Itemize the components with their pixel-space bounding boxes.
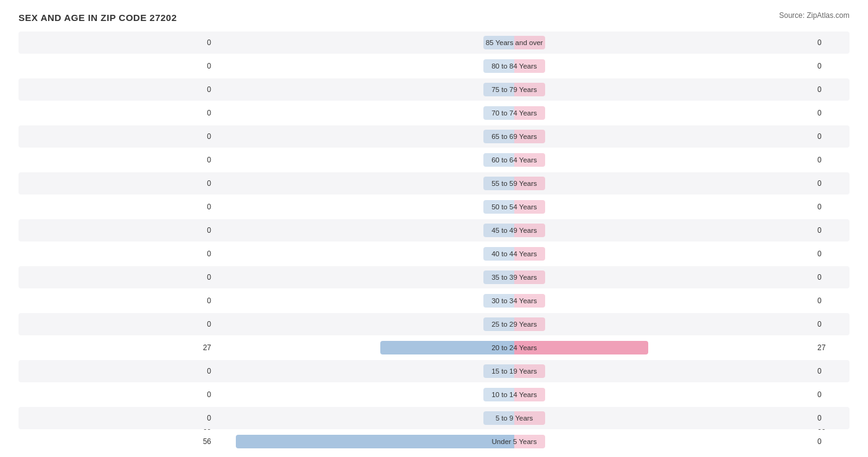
female-value: 0 bbox=[812, 320, 849, 329]
bar-container: 30 to 34 Years bbox=[216, 290, 812, 312]
chart-row: 040 to 44 Years0 bbox=[19, 243, 849, 265]
age-range-label: 50 to 54 Years bbox=[485, 201, 543, 213]
female-value: 0 bbox=[812, 226, 849, 235]
age-range-label: 65 to 69 Years bbox=[485, 130, 543, 143]
age-range-label: 20 to 24 Years bbox=[485, 342, 543, 354]
chart-row: 010 to 14 Years0 bbox=[19, 384, 849, 406]
age-range-label: 60 to 64 Years bbox=[485, 154, 543, 166]
age-range-label: 25 to 29 Years bbox=[485, 318, 543, 330]
male-value: 0 bbox=[19, 226, 216, 235]
chart-row: 080 to 84 Years0 bbox=[19, 55, 849, 77]
chart-row: 075 to 79 Years0 bbox=[19, 78, 849, 101]
age-range-label: 40 to 44 Years bbox=[485, 248, 543, 260]
chart-row: 015 to 19 Years0 bbox=[19, 360, 849, 382]
male-value: 56 bbox=[19, 437, 216, 446]
female-value: 0 bbox=[812, 296, 849, 305]
male-value: 0 bbox=[19, 62, 216, 70]
bar-container: 15 to 19 Years bbox=[216, 360, 812, 382]
age-range-label: 55 to 59 Years bbox=[485, 177, 543, 190]
age-range-label: 75 to 79 Years bbox=[485, 83, 543, 96]
bar-container: 50 to 54 Years bbox=[216, 196, 812, 218]
female-value: 0 bbox=[812, 203, 849, 211]
male-value: 0 bbox=[19, 296, 216, 305]
age-range-label: 5 to 9 Years bbox=[490, 412, 540, 424]
male-value: 0 bbox=[19, 367, 216, 375]
age-range-label: 30 to 34 Years bbox=[485, 295, 543, 307]
bar-container: 70 to 74 Years bbox=[216, 102, 812, 124]
female-value: 0 bbox=[812, 437, 849, 446]
male-value: 0 bbox=[19, 156, 216, 164]
male-value: 0 bbox=[19, 109, 216, 117]
female-value: 0 bbox=[812, 156, 849, 164]
chart-row: 060 to 64 Years0 bbox=[19, 149, 849, 171]
bar-container: 75 to 79 Years bbox=[216, 78, 812, 101]
female-value: 27 bbox=[812, 343, 849, 352]
female-value: 0 bbox=[812, 273, 849, 282]
female-value: 0 bbox=[812, 390, 849, 399]
chart-row: 025 to 29 Years0 bbox=[19, 313, 849, 335]
bar-container: 60 to 64 Years bbox=[216, 149, 812, 171]
bar-container: 65 to 69 Years bbox=[216, 125, 812, 148]
chart-row: 2720 to 24 Years27 bbox=[19, 337, 849, 359]
female-value: 0 bbox=[812, 367, 849, 375]
age-range-label: 70 to 74 Years bbox=[485, 107, 543, 119]
chart-row: 56Under 5 Years0 bbox=[19, 430, 849, 453]
age-range-label: 10 to 14 Years bbox=[485, 388, 543, 401]
bar-container: 35 to 39 Years bbox=[216, 266, 812, 288]
chart-row: 035 to 39 Years0 bbox=[19, 266, 849, 288]
age-range-label: Under 5 Years bbox=[486, 435, 543, 448]
female-value: 0 bbox=[812, 109, 849, 117]
age-range-label: 45 to 49 Years bbox=[485, 224, 543, 237]
male-value: 0 bbox=[19, 249, 216, 258]
male-value: 27 bbox=[19, 343, 216, 352]
chart-row: 050 to 54 Years0 bbox=[19, 196, 849, 218]
male-value: 0 bbox=[19, 320, 216, 329]
female-value: 0 bbox=[812, 62, 849, 70]
chart-row: 065 to 69 Years0 bbox=[19, 125, 849, 148]
male-value: 0 bbox=[19, 132, 216, 141]
chart-row: 045 to 49 Years0 bbox=[19, 219, 849, 241]
source-label: Source: ZipAtlas.com bbox=[779, 11, 849, 20]
chart-row: 030 to 34 Years0 bbox=[19, 290, 849, 312]
bar-container: 40 to 44 Years bbox=[216, 243, 812, 265]
age-range-label: 80 to 84 Years bbox=[485, 60, 543, 72]
chart-row: 05 to 9 Years0 bbox=[19, 407, 849, 429]
chart-row: 055 to 59 Years0 bbox=[19, 172, 849, 195]
female-value: 0 bbox=[812, 85, 849, 94]
bar-container: 10 to 14 Years bbox=[216, 384, 812, 406]
male-value: 0 bbox=[19, 179, 216, 188]
male-value: 0 bbox=[19, 414, 216, 422]
bar-container: 55 to 59 Years bbox=[216, 172, 812, 195]
male-value: 0 bbox=[19, 38, 216, 47]
bar-container: 85 Years and over bbox=[216, 31, 812, 54]
bar-container: 5 to 9 Years bbox=[216, 407, 812, 429]
bar-container: 25 to 29 Years bbox=[216, 313, 812, 335]
male-value: 0 bbox=[19, 203, 216, 211]
bar-container: 45 to 49 Years bbox=[216, 219, 812, 241]
age-range-label: 15 to 19 Years bbox=[485, 365, 543, 377]
age-range-label: 85 Years and over bbox=[480, 36, 549, 49]
bar-container: Under 5 Years bbox=[216, 430, 812, 453]
chart-title: SEX AND AGE IN ZIP CODE 27202 bbox=[19, 12, 849, 23]
male-value: 0 bbox=[19, 273, 216, 282]
female-value: 0 bbox=[812, 249, 849, 258]
female-value: 0 bbox=[812, 179, 849, 188]
chart-area: 085 Years and over0080 to 84 Years0075 t… bbox=[19, 31, 849, 421]
bar-container: 80 to 84 Years bbox=[216, 55, 812, 77]
male-value: 0 bbox=[19, 390, 216, 399]
female-value: 0 bbox=[812, 414, 849, 422]
main-container: SEX AND AGE IN ZIP CODE 27202 Source: Zi… bbox=[0, 0, 868, 457]
chart-row: 085 Years and over0 bbox=[19, 31, 849, 54]
age-range-label: 35 to 39 Years bbox=[485, 271, 543, 283]
bar-container: 20 to 24 Years bbox=[216, 337, 812, 359]
male-bar bbox=[236, 435, 514, 448]
chart-row: 070 to 74 Years0 bbox=[19, 102, 849, 124]
female-value: 0 bbox=[812, 38, 849, 47]
female-value: 0 bbox=[812, 132, 849, 141]
male-value: 0 bbox=[19, 85, 216, 94]
